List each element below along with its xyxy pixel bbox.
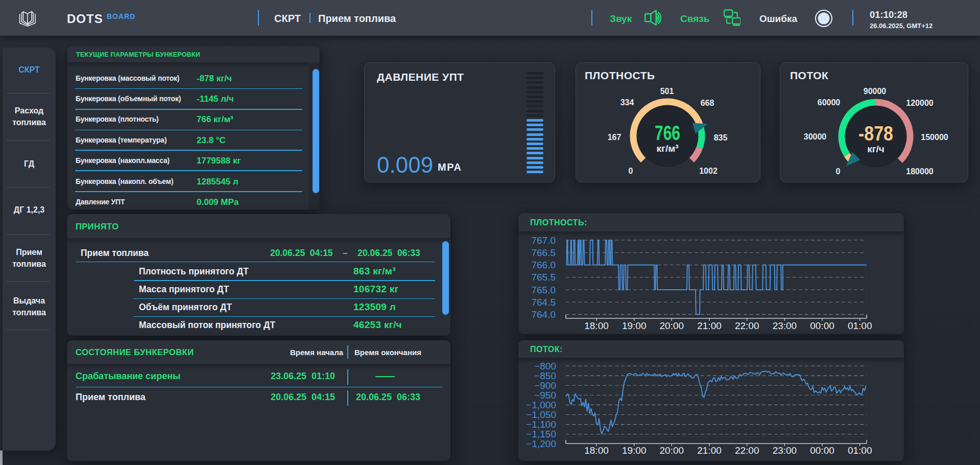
svg-text:0: 0 [836, 167, 841, 176]
svg-text:764.5: 764.5 [531, 297, 556, 308]
svg-text:334: 334 [620, 98, 634, 107]
svg-text:501: 501 [660, 87, 674, 96]
svg-text:30000: 30000 [804, 132, 827, 141]
svg-text:765.5: 765.5 [531, 272, 556, 283]
svg-text:668: 668 [701, 99, 714, 107]
svg-text:−1,050: −1,050 [526, 409, 556, 420]
svg-text:20:00: 20:00 [660, 320, 684, 331]
svg-text:кг/ч: кг/ч [867, 144, 885, 154]
svg-text:0: 0 [629, 167, 633, 175]
svg-text:−1,100: −1,100 [526, 419, 556, 430]
svg-text:-878: -878 [858, 122, 893, 145]
svg-text:−850: −850 [534, 370, 556, 381]
svg-text:21:00: 21:00 [697, 320, 722, 331]
svg-text:−800: −800 [534, 361, 556, 371]
svg-text:кг/м³: кг/м³ [656, 143, 678, 154]
svg-text:18:00: 18:00 [584, 320, 609, 331]
svg-text:01:00: 01:00 [848, 445, 872, 456]
svg-text:−1,000: −1,000 [526, 400, 556, 410]
svg-text:60000: 60000 [818, 98, 841, 107]
svg-text:−1,200: −1,200 [526, 438, 556, 449]
svg-text:120000: 120000 [906, 99, 933, 107]
svg-text:22:00: 22:00 [735, 445, 759, 456]
svg-text:23:00: 23:00 [773, 445, 797, 456]
svg-text:01:00: 01:00 [848, 320, 872, 331]
svg-text:23:00: 23:00 [773, 320, 797, 331]
svg-text:766: 766 [655, 122, 680, 144]
svg-text:150000: 150000 [921, 133, 948, 142]
svg-text:167: 167 [608, 133, 622, 142]
svg-text:−1,150: −1,150 [526, 429, 556, 439]
svg-text:19:00: 19:00 [622, 445, 647, 456]
svg-text:22:00: 22:00 [735, 320, 759, 331]
svg-text:21:00: 21:00 [697, 445, 722, 456]
svg-text:180000: 180000 [906, 167, 933, 176]
svg-text:1002: 1002 [699, 167, 718, 175]
svg-text:835: 835 [714, 133, 728, 142]
svg-text:767.0: 767.0 [531, 235, 556, 246]
svg-text:−950: −950 [534, 390, 556, 401]
svg-text:765.0: 765.0 [531, 285, 556, 295]
svg-text:−900: −900 [534, 380, 556, 391]
svg-text:19:00: 19:00 [622, 320, 647, 331]
svg-text:764.0: 764.0 [531, 309, 556, 320]
svg-text:766.5: 766.5 [531, 247, 556, 258]
svg-text:00:00: 00:00 [810, 445, 834, 456]
svg-text:00:00: 00:00 [810, 320, 834, 331]
svg-text:20:00: 20:00 [660, 445, 684, 456]
svg-text:90000: 90000 [864, 87, 887, 96]
svg-text:766.0: 766.0 [531, 260, 556, 270]
svg-text:18:00: 18:00 [584, 445, 609, 456]
